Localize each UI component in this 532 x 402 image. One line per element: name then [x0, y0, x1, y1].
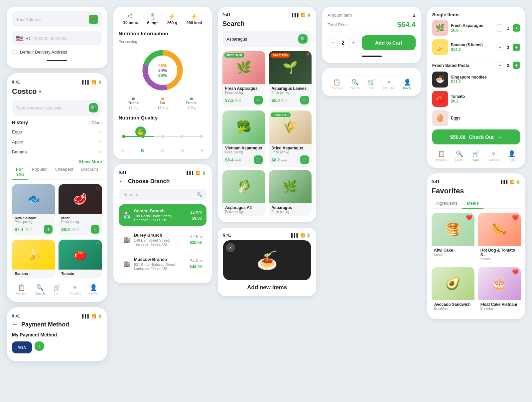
favorites-icon: ♥: [73, 284, 77, 291]
heart-icon-banana[interactable]: ♡: [49, 242, 53, 247]
show-more-button[interactable]: Show More: [12, 159, 102, 164]
visa-card[interactable]: VISA: [12, 341, 32, 353]
meal-float-cake[interactable]: 🎂 ❤️ Float Cake Vietnam Breakfast: [478, 267, 521, 313]
location-icon[interactable]: 📍: [89, 15, 98, 24]
checkout-button[interactable]: $56.68 Check Out →: [432, 129, 520, 144]
nav-search-p[interactable]: 🔍 Search: [350, 79, 360, 90]
product-raw-salmon[interactable]: 🐟 ♡ Raw Salmon Price per kg $7.4 $9.9 +: [12, 184, 55, 236]
search-submit-icon[interactable]: 🔍: [298, 34, 308, 44]
heart-vietnam[interactable]: ♡: [259, 112, 263, 117]
qty-plus-btn[interactable]: +: [348, 38, 358, 48]
fav-tab-meals[interactable]: Meals: [462, 199, 483, 209]
recipes-label-p: Recipes: [332, 87, 342, 90]
default-check[interactable]: [12, 49, 17, 55]
search-input-bar[interactable]: Asparagus 🔍: [222, 31, 312, 47]
stat-ingr-val: 6 ingr: [147, 21, 158, 25]
heart-hotdog[interactable]: ❤️: [512, 215, 519, 221]
close-button[interactable]: ×: [226, 243, 235, 252]
heart-icon-salmon[interactable]: ♡: [49, 186, 53, 191]
search-result-asparagus-plain[interactable]: 🌿 Asparagus Price per kg: [269, 170, 312, 216]
address-input[interactable]: Your Address 📍: [12, 11, 102, 27]
nav-search-c[interactable]: 🔍 Search: [455, 150, 465, 161]
branch-costco[interactable]: 🏪 Costco Branch 100 North Tryon Street,C…: [119, 204, 206, 226]
meal-avocado[interactable]: 🥑 Avocado Sandwich Breakfast: [432, 267, 474, 313]
nav-recipes-c[interactable]: 📋 Recipes: [436, 150, 447, 161]
branch-search-bar[interactable]: Search... 🔍: [119, 189, 206, 200]
qty-plus-banana[interactable]: +: [513, 44, 520, 51]
nav-cart-c[interactable]: 🛒 Cart: [472, 150, 479, 161]
cart-btn-vietnam[interactable]: 🛒: [254, 155, 263, 164]
nav-favorites-p[interactable]: ♥ Favorites: [383, 79, 395, 90]
vietnam-img: 🥦: [222, 110, 265, 144]
add-to-cart-meat[interactable]: +: [91, 225, 99, 234]
qty-minus-pasta[interactable]: −: [496, 62, 503, 69]
heart-icon-tomato[interactable]: ♡: [96, 242, 100, 247]
heart-kiwi[interactable]: ❤️: [466, 215, 472, 221]
slider-thumb[interactable]: 💪: [135, 126, 146, 137]
meal-hotdog[interactable]: 🌭 ❤️ Hot Dog & Tomato S... Dinner: [478, 213, 521, 264]
branch-burey[interactable]: 🏬 Burey Branch 146 Befi Street Street,Ti…: [119, 229, 206, 250]
tab-for-you[interactable]: For You: [12, 164, 28, 180]
search-result-vietnam-asparagus[interactable]: 🥦 ♡ Vietnam Asparagus Price per kg $8.4$…: [222, 110, 265, 167]
branch-costco-inner: 🏪 Costco Branch 100 North Tryon Street,C…: [123, 208, 191, 222]
cart-btn-asparagus[interactable]: 🛒: [254, 96, 263, 104]
search-result-asparagus-a2[interactable]: 🥬 ♡ Asparagus A2 Price per kg: [222, 170, 265, 216]
branch-back-icon[interactable]: ←: [119, 178, 125, 185]
meal-kiwi-cake[interactable]: 🥞 ❤️ Kiwi Cake Lunch: [432, 213, 474, 264]
nav-favorites[interactable]: ♥ Favorites: [69, 284, 81, 295]
qty-minus-btn[interactable]: −: [328, 38, 338, 48]
fav-tab-ingredients[interactable]: Ingredients: [432, 199, 462, 208]
branch-muscow[interactable]: 🏬 Muscow Branch 801 Soca Highway Street,…: [119, 253, 206, 275]
nav-profile-p[interactable]: 👤 Profile: [403, 79, 412, 90]
product-banana[interactable]: 🍌 ♡ Banana: [12, 240, 55, 278]
add-to-cart-button[interactable]: Add to Cart: [362, 35, 415, 50]
history-x-icon[interactable]: ✕: [99, 140, 102, 144]
product-meat[interactable]: 🥩 ♡ Meat Price per kg $8.9 $9.4 +: [59, 184, 102, 236]
branch-burey-price: $35.06: [190, 240, 202, 245]
search-icon[interactable]: 🔍: [89, 103, 98, 112]
nav-cart-p[interactable]: 🛒 Cart: [368, 79, 375, 90]
qty-plus-asparagus[interactable]: +: [513, 24, 520, 32]
heart-icon-meat[interactable]: ♡: [96, 186, 100, 191]
nav-favorites-c[interactable]: ♥ Favorites: [487, 150, 500, 161]
product-tomato[interactable]: 🍅 ♡ Tomato: [59, 240, 102, 278]
nav-cart[interactable]: 🛒 Cart: [53, 284, 61, 295]
add-payment-btn[interactable]: +: [35, 341, 44, 351]
qty-minus-asparagus[interactable]: −: [496, 24, 503, 32]
cart-btn-leaves[interactable]: 🛒: [300, 96, 309, 104]
profile-nav-icon: 👤: [404, 79, 411, 86]
history-x-icon[interactable]: ✕: [99, 150, 102, 154]
back-arrow-icon[interactable]: ←: [12, 321, 18, 328]
amount-row: Amount item 2: [328, 13, 415, 18]
add-to-cart-salmon[interactable]: +: [44, 225, 53, 234]
nav-search[interactable]: 🔍 Search: [35, 284, 45, 295]
branch-muscow-right: 54 Km $46.99: [190, 259, 202, 269]
tab-popular[interactable]: Popular: [28, 164, 51, 179]
nav-profile[interactable]: 👤 Profile: [89, 284, 98, 295]
history-item-eggs: Eggs✕: [12, 127, 102, 137]
heart-float[interactable]: ❤️: [512, 269, 519, 275]
kiwi-name: Kiwi Cake: [434, 248, 472, 253]
qty-plus-pasta[interactable]: +: [513, 62, 520, 69]
cart-info-eggs: Eggs: [451, 116, 520, 120]
nav-recipes-p[interactable]: 📋 Recipes: [332, 79, 342, 90]
tab-discount[interactable]: Discount: [77, 164, 102, 179]
heart-a2[interactable]: ♡: [259, 172, 263, 177]
main-search-bar[interactable]: Type whatever you want 🔍: [12, 100, 102, 116]
history-x-icon[interactable]: ✕: [99, 130, 102, 134]
nav-profile-c[interactable]: 👤 Profile: [508, 150, 516, 161]
search-result-dried-asparagus[interactable]: 🌾 FREE SHIP Dried Asparagus Price per kg…: [269, 110, 312, 167]
tab-cheapest[interactable]: Cheapest: [51, 164, 77, 179]
cart-btn-dried[interactable]: 🛒: [300, 155, 309, 164]
phone-input[interactable]: 🇺🇸 +1 (000)00 000 0000: [12, 31, 102, 45]
qty-minus-banana[interactable]: −: [496, 44, 503, 51]
search-nav-label: Search: [35, 292, 45, 295]
clear-button[interactable]: Clear: [92, 120, 102, 125]
search-result-fresh-asparagus[interactable]: 🌿 FREE SHIP ♡ Fresh Asparagus Price per …: [222, 51, 265, 107]
category-tabs: For You Popular Cheapest Discount: [12, 164, 102, 180]
search-result-asparagus-leaves[interactable]: 🌱 SALE 12% Asparagus Leaves Price per kg…: [269, 51, 312, 107]
nav-recipes[interactable]: 📋 Recipes: [16, 284, 27, 295]
heart-asparagus[interactable]: ♡: [259, 53, 263, 58]
search-icon-c: 🔍: [456, 150, 463, 157]
chevron-down-icon[interactable]: ▾: [39, 89, 41, 94]
